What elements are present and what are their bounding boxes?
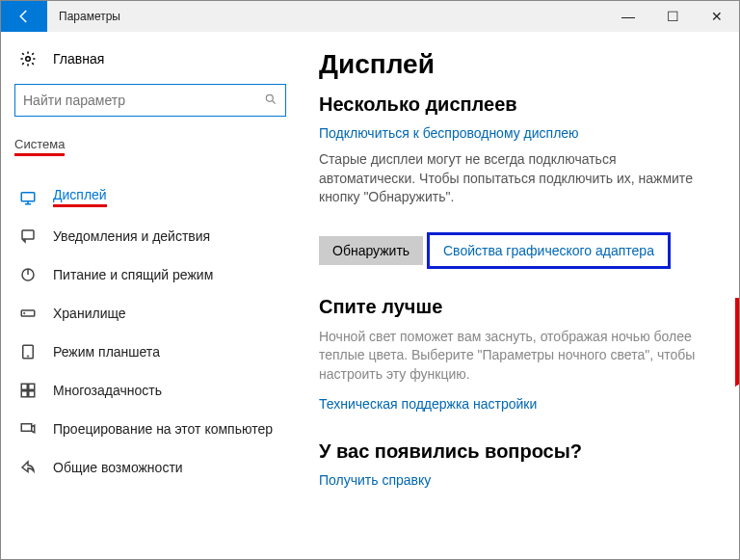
sidebar: Главная Система Дисплей Уведомления и де… [1, 32, 300, 559]
close-button[interactable]: ✕ [695, 1, 739, 32]
settings-window: Параметры — ☐ ✕ Главная Система [0, 0, 740, 560]
maximize-button[interactable]: ☐ [650, 1, 695, 32]
multi-displays-heading: Несколько дисплеев [319, 93, 710, 116]
detect-button[interactable]: Обнаружить [319, 236, 423, 265]
nav-label: Проецирование на этот компьютер [53, 421, 273, 437]
svg-rect-9 [21, 384, 27, 389]
monitor-icon [18, 188, 38, 207]
section-header-system: Система [14, 137, 65, 156]
nav-item-notifications[interactable]: Уведомления и действия [14, 217, 286, 255]
svg-point-6 [24, 312, 26, 314]
svg-rect-3 [22, 230, 34, 239]
project-icon [18, 419, 38, 439]
nav-label: Режим планшета [53, 344, 160, 360]
svg-rect-2 [21, 192, 35, 200]
back-button[interactable] [1, 1, 47, 32]
power-icon [18, 265, 38, 284]
svg-rect-11 [21, 391, 27, 397]
nav-item-power[interactable]: Питание и спящий режим [14, 255, 286, 294]
get-help-link[interactable]: Получить справку [319, 472, 431, 488]
nav-item-storage[interactable]: Хранилище [14, 294, 286, 333]
svg-point-0 [26, 57, 31, 62]
wireless-display-link[interactable]: Подключиться к беспроводному дисплею [319, 125, 579, 141]
gear-icon [18, 49, 38, 68]
arrow-left-icon [15, 8, 33, 25]
nav-label: Общие возможности [53, 460, 183, 475]
adapter-properties-highlight: Свойства графического адаптера [427, 232, 671, 269]
nav-item-display[interactable]: Дисплей [14, 177, 286, 217]
nav-item-shared[interactable]: Общие возможности [14, 448, 286, 487]
page-title: Дисплей [319, 49, 710, 80]
old-displays-text: Старые дисплеи могут не всегда подключат… [319, 150, 704, 207]
search-box[interactable] [14, 84, 286, 117]
search-input[interactable] [23, 93, 264, 108]
nav-item-multitask[interactable]: Многозадачность [14, 371, 286, 410]
minimize-button[interactable]: — [606, 1, 650, 32]
body: Главная Система Дисплей Уведомления и де… [1, 32, 739, 559]
nav-label: Многозадачность [53, 383, 162, 398]
home-nav[interactable]: Главная [14, 49, 286, 68]
svg-rect-13 [21, 424, 32, 432]
svg-rect-12 [29, 391, 35, 397]
adapter-properties-link[interactable]: Свойства графического адаптера [443, 243, 654, 258]
nav-label: Дисплей [53, 187, 107, 207]
nav-label: Уведомления и действия [53, 228, 210, 244]
nav-label: Хранилище [53, 306, 126, 321]
window-controls: — ☐ ✕ [606, 1, 739, 32]
window-title: Параметры [47, 1, 606, 32]
sleep-better-heading: Спите лучше [319, 296, 710, 318]
svg-rect-10 [29, 384, 35, 389]
home-label: Главная [53, 51, 104, 67]
multitask-icon [18, 381, 38, 400]
svg-point-8 [27, 356, 29, 358]
nav-item-tablet[interactable]: Режим планшета [14, 333, 286, 371]
nav-label: Питание и спящий режим [53, 267, 213, 282]
tech-support-link[interactable]: Техническая поддержка настройки [319, 396, 537, 412]
nav-list: Дисплей Уведомления и действия Питание и… [14, 177, 286, 487]
share-icon [18, 458, 38, 477]
tablet-icon [18, 342, 38, 361]
storage-icon [18, 304, 38, 323]
content-pane: Дисплей Несколько дисплеев Подключиться … [300, 32, 739, 559]
notification-icon [18, 227, 38, 246]
annotation-arrow [735, 298, 739, 413]
svg-point-1 [266, 94, 273, 101]
questions-heading: У вас появились вопросы? [319, 440, 710, 463]
titlebar: Параметры — ☐ ✕ [1, 1, 739, 32]
search-icon [264, 93, 278, 109]
nav-item-projecting[interactable]: Проецирование на этот компьютер [14, 410, 286, 448]
sleep-text: Ночной свет поможет вам заснуть, отображ… [319, 328, 704, 385]
